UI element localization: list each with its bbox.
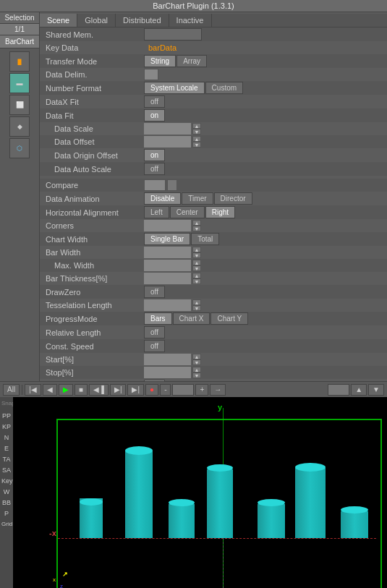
next-frame-btn[interactable]: ▶| xyxy=(110,384,127,396)
bevel-btn[interactable]: on xyxy=(144,380,165,381)
go-end-btn[interactable]: ▶| xyxy=(127,384,144,396)
start-pct-down[interactable]: ▼ xyxy=(192,359,201,365)
max-width-input[interactable]: 100000.0 xyxy=(144,260,191,271)
icon-4[interactable]: ◆ xyxy=(9,116,30,137)
tab-inactive[interactable]: Inactive xyxy=(169,14,212,27)
stop-pct-up[interactable]: ▲ xyxy=(192,367,201,372)
data-offset-input[interactable]: -60.0 xyxy=(144,136,191,148)
go-start-btn[interactable]: |◀ xyxy=(25,384,41,396)
vp-sidebar-p[interactable]: P xyxy=(1,508,12,519)
stop-pct-down[interactable]: ▼ xyxy=(192,372,201,378)
center-btn[interactable]: Center xyxy=(170,206,205,218)
chart-y-btn[interactable]: Chart Y xyxy=(210,312,248,325)
corners-up[interactable]: ▲ xyxy=(192,220,201,226)
timer-btn[interactable]: Timer xyxy=(182,192,213,205)
data-scale-down[interactable]: ▼ xyxy=(192,129,201,135)
shared-mem-btn[interactable] xyxy=(144,28,202,41)
data-scale-label: Data Scale xyxy=(43,124,144,133)
vp-sidebar-w[interactable]: W xyxy=(1,487,12,497)
bar-4 xyxy=(207,469,233,538)
director-btn[interactable]: Director xyxy=(214,192,252,205)
const-speed-btn[interactable]: off xyxy=(144,340,165,352)
bar-width-up[interactable]: ▲ xyxy=(192,247,201,252)
data-offset-up[interactable]: ▲ xyxy=(192,136,201,142)
tab-distributed[interactable]: Distributed xyxy=(116,14,169,27)
fps-number[interactable]: 50 xyxy=(328,384,349,396)
record-btn[interactable]: ● xyxy=(145,384,158,396)
bar-thickness-down[interactable]: ▼ xyxy=(192,278,201,284)
system-locale-btn[interactable]: System Locale xyxy=(144,82,205,94)
vp-sidebar-e[interactable]: E xyxy=(1,443,12,453)
arrow-right-btn[interactable]: → xyxy=(210,384,226,396)
compare-swatch[interactable] xyxy=(144,179,166,191)
right-btn[interactable]: Right xyxy=(205,206,235,218)
icon-2[interactable]: ▬ xyxy=(9,73,30,93)
data-auto-scale-btn[interactable]: off xyxy=(144,163,165,175)
corners-down[interactable]: ▼ xyxy=(192,226,201,231)
vp-sidebar-bb[interactable]: BB xyxy=(1,498,12,508)
frame-number[interactable]: 0 xyxy=(172,384,194,396)
vp-sidebar-n[interactable]: N xyxy=(1,433,12,443)
data-scale-input[interactable]: 3.0 xyxy=(144,123,191,135)
data-auto-scale-label: Data Auto Scale xyxy=(43,165,144,174)
bars-btn[interactable]: Bars xyxy=(144,312,172,325)
data-origin-offset-row: Data Origin Offset on xyxy=(40,148,387,162)
left-btn[interactable]: Left xyxy=(144,206,169,218)
data-offset-down[interactable]: ▼ xyxy=(192,142,201,148)
bar-width-input[interactable]: 500.0 xyxy=(144,247,191,258)
icon-1[interactable]: ▐▌ xyxy=(9,51,30,72)
tesselation-length-down[interactable]: ▼ xyxy=(192,305,201,311)
stop-pct-input[interactable]: 100.0 xyxy=(144,367,191,378)
plus-btn[interactable]: + xyxy=(195,384,208,396)
fps-up-btn[interactable]: ▲ xyxy=(351,384,367,396)
bar-thickness-up[interactable]: ▲ xyxy=(192,273,201,278)
prev-frame-btn[interactable]: ◀ xyxy=(43,384,57,396)
relative-length-btn[interactable]: off xyxy=(144,326,165,338)
play-btn[interactable]: ▶ xyxy=(59,384,73,396)
draw-zero-btn[interactable]: off xyxy=(144,286,165,298)
single-bar-btn[interactable]: Single Bar xyxy=(144,233,190,245)
3d-viewport[interactable]: y -y -x ↗ x z -Y xyxy=(13,397,387,588)
play-rev-btn[interactable]: ◀▐ xyxy=(89,384,109,396)
minus-btn[interactable]: - xyxy=(160,384,171,396)
custom-btn[interactable]: Custom xyxy=(205,82,243,94)
total-btn[interactable]: Total xyxy=(191,233,219,245)
compare-swatch2[interactable] xyxy=(167,179,177,191)
max-width-up[interactable]: ▲ xyxy=(192,260,201,265)
tesselation-length-input[interactable]: 20 xyxy=(144,299,191,311)
stop-btn[interactable]: ■ xyxy=(75,384,88,396)
data-origin-offset-btn[interactable]: on xyxy=(144,149,165,161)
icon-3[interactable]: ⬜ xyxy=(9,95,30,115)
fps-down-btn[interactable]: ▼ xyxy=(368,384,384,396)
vp-sidebar-key[interactable]: Key xyxy=(1,476,12,486)
vp-sidebar-kp[interactable]: KP xyxy=(1,422,12,432)
tesselation-length-up[interactable]: ▲ xyxy=(192,299,201,305)
corners-input[interactable]: 25 xyxy=(144,220,191,231)
chart-x-btn[interactable]: Chart X xyxy=(173,312,210,325)
progress-mode-label: ProgressMode xyxy=(43,315,144,323)
array-btn[interactable]: Array xyxy=(177,55,207,67)
bar-width-down[interactable]: ▼ xyxy=(192,252,201,258)
start-pct-input[interactable]: 0.0 xyxy=(144,354,191,365)
vp-sidebar-sa[interactable]: SA xyxy=(1,465,12,475)
bar-thickness-input[interactable]: 50.0 xyxy=(144,273,191,284)
vp-sidebar-pp[interactable]: PP xyxy=(1,411,12,421)
tesselation-length-label: Tesselation Length xyxy=(43,301,144,310)
data-fit-btn[interactable]: on xyxy=(144,109,165,122)
data-delim-label: Data Delim. xyxy=(43,70,144,79)
vp-sidebar-ta[interactable]: TA xyxy=(1,454,12,464)
disable-btn[interactable]: Disable xyxy=(144,192,181,205)
data-scale-up[interactable]: ▲ xyxy=(192,123,201,129)
max-width-label: Max. Width xyxy=(43,261,144,270)
max-width-down[interactable]: ▼ xyxy=(192,265,201,271)
icon-5[interactable]: ⬡ xyxy=(9,138,30,158)
vp-sidebar-grid[interactable]: Grid xyxy=(1,519,12,529)
string-btn[interactable]: String xyxy=(144,55,176,67)
start-pct-up[interactable]: ▲ xyxy=(192,354,201,359)
data-delim-swatch[interactable] xyxy=(144,69,158,80)
barchart-tab[interactable]: BarChart xyxy=(0,35,39,48)
tab-scene[interactable]: Scene xyxy=(40,14,77,27)
all-btn[interactable]: All xyxy=(3,384,20,396)
datax-fit-btn[interactable]: off xyxy=(144,95,165,108)
tab-global[interactable]: Global xyxy=(77,14,116,27)
